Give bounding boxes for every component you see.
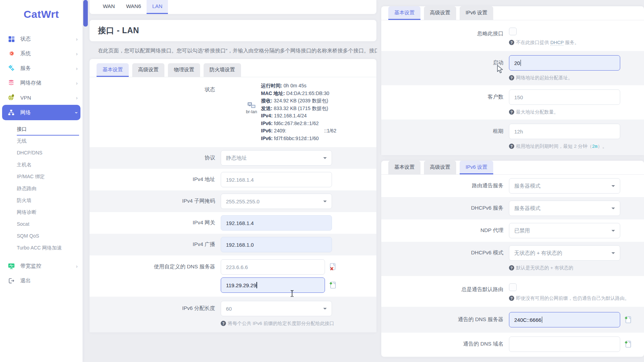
sidebar-item-wireless[interactable]: 无线 bbox=[17, 136, 79, 147]
add-entry-icon[interactable] bbox=[624, 316, 631, 324]
status-mac: MAC 地址: D4:DA:21:65:DB:30 bbox=[261, 90, 336, 97]
announced-domain-input[interactable] bbox=[509, 336, 620, 352]
dhcpv6-service-select[interactable]: 服务器模式 bbox=[509, 201, 620, 216]
sidebar-item-firewall[interactable]: 防火墙 bbox=[17, 195, 79, 207]
default-route-help: ? 即使没有可用的公网前缀，也仍通告自己为默认路由。 bbox=[509, 295, 629, 302]
dns-input-1[interactable]: 223.6.6.6 bbox=[221, 259, 325, 275]
sidebar-item-label: 服务 bbox=[20, 65, 76, 72]
broadcast-row: IPv4 广播 192.168.1.0 bbox=[90, 234, 376, 255]
broadcast-input[interactable]: 192.168.1.0 bbox=[221, 237, 332, 252]
sidebar-item-system[interactable]: 系统 › bbox=[0, 46, 83, 61]
status-ipv6-2: IPv6: 2409:::1/62 bbox=[261, 127, 336, 135]
lease-time-input[interactable]: 12h bbox=[509, 124, 620, 139]
question-icon: ? bbox=[509, 144, 514, 149]
default-route-checkbox[interactable] bbox=[509, 283, 517, 291]
default-route-label: 总是通告默认路由 bbox=[381, 281, 509, 302]
dhcp-start-input[interactable]: 20 bbox=[509, 55, 620, 71]
sidebar-item-diagnostics[interactable]: 网络诊断 bbox=[17, 207, 79, 219]
dhcp-limit-input[interactable]: 150 bbox=[509, 89, 620, 105]
ipv6-assignment-help: ? 将每个公共 IPv6 前缀的给定长度部分分配给此接口 bbox=[221, 320, 336, 327]
netmask-row: IPv4 子网掩码 255.255.255.0 bbox=[90, 190, 376, 212]
dhcp-limit-help: ? 最大地址分配数量。 bbox=[509, 109, 559, 115]
sidebar-item-ip-mac-binding[interactable]: IP/MAC 绑定 bbox=[17, 171, 79, 183]
netmask-select[interactable]: 255.255.255.0 bbox=[221, 194, 332, 209]
gateway-input[interactable]: 192.168.1.4 bbox=[221, 215, 332, 231]
vpn-icon bbox=[7, 93, 15, 102]
ipv6-assignment-select[interactable]: 60 bbox=[221, 301, 332, 316]
sidebar-item-status[interactable]: 状态 › bbox=[0, 31, 83, 46]
text-caret bbox=[521, 60, 521, 66]
dhcpv6-service-row: DHCPv6 服务 服务器模式 bbox=[381, 197, 644, 219]
tab-physical-settings[interactable]: 物理设置 bbox=[168, 63, 200, 77]
sitemap-icon bbox=[7, 108, 15, 117]
status-ipv6-3: IPv6: fd7f:6bbc:912d::1/60 bbox=[261, 135, 336, 143]
tab-advanced-settings[interactable]: 高级设置 bbox=[132, 63, 164, 77]
announced-dns-input[interactable]: 240C::6666 bbox=[509, 312, 620, 327]
announced-domain-label: 通告的 DNS 域名 bbox=[381, 336, 509, 352]
tab-lan[interactable]: LAN bbox=[147, 0, 168, 14]
bridge-interface-icon bbox=[244, 102, 259, 109]
chevron-right-icon: › bbox=[76, 36, 78, 42]
caret-down-icon bbox=[611, 208, 615, 209]
caret-down-icon bbox=[323, 201, 327, 202]
dhcpv6-mode-select[interactable]: 无状态的 + 有状态的 bbox=[509, 245, 620, 261]
tab-dhcp-ipv6[interactable]: IPv6 设置 bbox=[460, 6, 493, 20]
announced-dns-label: 通告的 DNS 服务器 bbox=[381, 312, 509, 327]
ignore-interface-row: 忽略此接口 ? 不在此接口提供 DHCP 服务。 bbox=[381, 20, 644, 51]
question-icon: ? bbox=[221, 321, 226, 326]
tab-ipv6-advanced[interactable]: 高级设置 bbox=[424, 161, 456, 174]
sidebar-item-turbo-acc[interactable]: Turbo ACC 网络加速 bbox=[17, 242, 79, 254]
gateway-label: IPv4 网关 bbox=[90, 215, 221, 231]
sidebar-item-dhcp-dns[interactable]: DHCP/DNS bbox=[17, 147, 79, 159]
sidebar-item-services[interactable]: 服务 › bbox=[0, 61, 83, 75]
ignore-interface-help: ? 不在此接口提供 DHCP 服务。 bbox=[509, 39, 579, 46]
ndp-proxy-select[interactable]: 已禁用 bbox=[509, 223, 620, 238]
tab-firewall-settings[interactable]: 防火墙设置 bbox=[204, 63, 241, 77]
chevron-right-icon: › bbox=[76, 263, 78, 269]
sidebar-item-socat[interactable]: Socat bbox=[17, 219, 79, 231]
dhcpv6-mode-help: ? 默认是无状态的 + 有状态的 bbox=[509, 265, 573, 271]
ignore-interface-checkbox[interactable] bbox=[509, 28, 517, 35]
database-icon bbox=[7, 79, 15, 87]
add-entry-icon[interactable] bbox=[624, 340, 631, 348]
tab-dhcp-advanced[interactable]: 高级设置 bbox=[424, 6, 456, 20]
sidebar-item-network[interactable]: 网络 › bbox=[2, 105, 80, 120]
dhcp-tabbar: 基本设置 高级设置 IPv6 设置 bbox=[381, 6, 644, 20]
tab-ipv6-ipv6[interactable]: IPv6 设置 bbox=[460, 161, 493, 174]
delete-entry-icon[interactable] bbox=[329, 263, 336, 271]
sidebar-item-label: 网络存储 bbox=[20, 80, 76, 86]
page-scrollbar-thumb[interactable] bbox=[83, 0, 88, 27]
ipv4-address-label: IPv4 地址 bbox=[90, 172, 221, 187]
tab-general-settings[interactable]: 基本设置 bbox=[97, 63, 129, 77]
protocol-row: 协议 静态地址 bbox=[90, 147, 376, 169]
dhcp-limit-row: 客户数 150 ? 最大地址分配数量。 bbox=[381, 85, 644, 120]
sidebar-item-logout[interactable]: 退出 bbox=[0, 273, 83, 288]
tab-dhcp-general[interactable]: 基本设置 bbox=[388, 6, 420, 20]
tab-wan[interactable]: WAN bbox=[97, 0, 120, 14]
caret-down-icon bbox=[611, 252, 615, 254]
ipv4-address-input[interactable]: 192.168.1.4 bbox=[221, 172, 332, 187]
sidebar-item-interfaces[interactable]: 接口 bbox=[17, 124, 79, 136]
sidebar-item-sqm-qos[interactable]: SQM QoS bbox=[17, 231, 79, 242]
status-tx: 发送: 833.32 KB (1715 数据包) bbox=[261, 105, 336, 113]
gear-icon bbox=[7, 49, 15, 58]
protocol-label: 协议 bbox=[90, 150, 221, 166]
sidebar-item-static-routes[interactable]: 静态路由 bbox=[17, 183, 79, 195]
tab-wan6[interactable]: WAN6 bbox=[120, 0, 147, 14]
sidebar-item-storage[interactable]: 网络存储 › bbox=[0, 75, 83, 90]
status-row: 状态 br-lan 运行时间: 0h 0m 45s MAC 地址: D4:DA:… bbox=[90, 77, 376, 147]
ipv6-settings-card: 基本设置 高级设置 IPv6 设置 路由通告服务 服务器模式 DHCPv6 服务… bbox=[381, 161, 644, 357]
sidebar-item-bandwidth-monitor[interactable]: 带宽监控 › bbox=[0, 259, 83, 273]
tab-ipv6-general[interactable]: 基本设置 bbox=[388, 161, 420, 174]
title-card: 接口 - LAN bbox=[90, 20, 376, 41]
add-entry-icon[interactable] bbox=[329, 281, 336, 289]
dhcp-start-label: 启动 bbox=[381, 55, 509, 81]
ra-service-select[interactable]: 服务器模式 bbox=[509, 178, 620, 194]
page-title: 接口 - LAN bbox=[98, 25, 368, 36]
sidebar-item-hostnames[interactable]: 主机名 bbox=[17, 159, 79, 171]
sidebar-item-vpn[interactable]: VPN › bbox=[0, 90, 83, 105]
bridge-name: br-lan bbox=[244, 109, 259, 114]
status-ipv6-1: IPv6: fd6c:267:8e2:8::1/62 bbox=[261, 120, 336, 128]
protocol-select[interactable]: 静态地址 bbox=[221, 150, 332, 166]
dns-input-2[interactable]: 119.29.29.29 bbox=[221, 277, 325, 293]
